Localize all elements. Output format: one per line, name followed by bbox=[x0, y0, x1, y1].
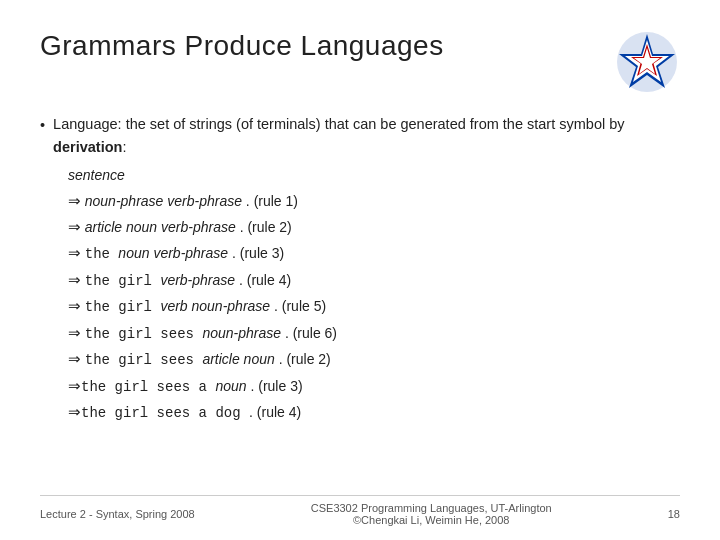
sentence-label: sentence bbox=[68, 167, 125, 183]
header: Grammars Produce Languages bbox=[40, 30, 680, 95]
arrow-4: ⇒ bbox=[68, 272, 85, 288]
vnp5: verb noun-phrase bbox=[160, 298, 270, 314]
derivation-line-9: ⇒the girl sees a dog . (rule 4) bbox=[68, 399, 680, 426]
an7: article noun bbox=[202, 351, 274, 367]
vp4: verb-phrase bbox=[160, 272, 235, 288]
bullet-text-main: Language: the set of strings (of termina… bbox=[53, 116, 624, 132]
thegirl6: the girl sees bbox=[85, 326, 203, 342]
arrow-5: ⇒ bbox=[68, 298, 85, 314]
dot1: . (rule 1) bbox=[242, 193, 298, 209]
footer-center-line2: ©Chengkai Li, Weimin He, 2008 bbox=[353, 514, 509, 526]
footer: Lecture 2 - Syntax, Spring 2008 CSE3302 … bbox=[40, 495, 680, 526]
arrow-7: ⇒ bbox=[68, 351, 85, 367]
derivation-line-2: ⇒ article noun verb-phrase . (rule 2) bbox=[68, 214, 680, 240]
slide: Grammars Produce Languages • Language: t… bbox=[0, 0, 720, 540]
arrow-8: ⇒ bbox=[68, 378, 81, 394]
dot5: . (rule 5) bbox=[270, 298, 326, 314]
content-area: • Language: the set of strings (of termi… bbox=[40, 113, 680, 426]
dot3: . (rule 3) bbox=[228, 245, 284, 261]
main-bullet: • Language: the set of strings (of termi… bbox=[40, 113, 680, 159]
thegirl4: the girl bbox=[85, 273, 161, 289]
derivation-line-5: ⇒ the girl verb noun-phrase . (rule 5) bbox=[68, 293, 680, 320]
derivation-line-1: ⇒ noun-phrase verb-phrase . (rule 1) bbox=[68, 188, 680, 214]
thegirl9: the girl sees a dog bbox=[81, 405, 249, 421]
dot7: . (rule 2) bbox=[275, 351, 331, 367]
arrow-6: ⇒ bbox=[68, 325, 85, 341]
arrow-2: ⇒ bbox=[68, 219, 85, 235]
nvp3: noun verb-phrase bbox=[118, 245, 228, 261]
np1: noun-phrase bbox=[85, 193, 164, 209]
footer-left: Lecture 2 - Syntax, Spring 2008 bbox=[40, 508, 195, 520]
the3: the bbox=[85, 246, 119, 262]
arrow-9: ⇒ bbox=[68, 404, 81, 420]
derivation-line-3: ⇒ the noun verb-phrase . (rule 3) bbox=[68, 240, 680, 267]
derivation-block: sentence ⇒ noun-phrase verb-phrase . (ru… bbox=[68, 163, 680, 426]
derivation-line-7: ⇒ the girl sees article noun . (rule 2) bbox=[68, 346, 680, 373]
derivation-bold: derivation bbox=[53, 139, 122, 155]
derivation-line-0: sentence bbox=[68, 163, 680, 188]
vp1: verb-phrase bbox=[167, 193, 242, 209]
derivation-line-6: ⇒ the girl sees noun-phrase . (rule 6) bbox=[68, 320, 680, 347]
dot8: . (rule 3) bbox=[247, 378, 303, 394]
dot9: . (rule 4) bbox=[249, 404, 301, 420]
np6: noun-phrase bbox=[202, 325, 281, 341]
bullet-colon: : bbox=[122, 139, 126, 155]
footer-center-line1: CSE3302 Programming Languages, UT-Arling… bbox=[311, 502, 552, 514]
dot2: . (rule 2) bbox=[236, 219, 292, 235]
arrow-1: ⇒ bbox=[68, 193, 85, 209]
nvp2: noun verb-phrase bbox=[126, 219, 236, 235]
slide-title: Grammars Produce Languages bbox=[40, 30, 444, 62]
n8: noun bbox=[215, 378, 246, 394]
dot4: . (rule 4) bbox=[235, 272, 291, 288]
derivation-line-4: ⇒ the girl verb-phrase . (rule 4) bbox=[68, 267, 680, 294]
bullet-symbol: • bbox=[40, 114, 45, 137]
thegirl8: the girl sees a bbox=[81, 379, 215, 395]
arrow-3: ⇒ bbox=[68, 245, 85, 261]
footer-right: 18 bbox=[668, 508, 680, 520]
thegirl5: the girl bbox=[85, 299, 161, 315]
dot6: . (rule 6) bbox=[281, 325, 337, 341]
derivation-line-8: ⇒the girl sees a noun . (rule 3) bbox=[68, 373, 680, 400]
art2: article bbox=[85, 219, 122, 235]
uta-logo bbox=[615, 30, 680, 95]
footer-center: CSE3302 Programming Languages, UT-Arling… bbox=[311, 502, 552, 526]
thegirl7: the girl sees bbox=[85, 352, 203, 368]
bullet-text: Language: the set of strings (of termina… bbox=[53, 113, 680, 159]
